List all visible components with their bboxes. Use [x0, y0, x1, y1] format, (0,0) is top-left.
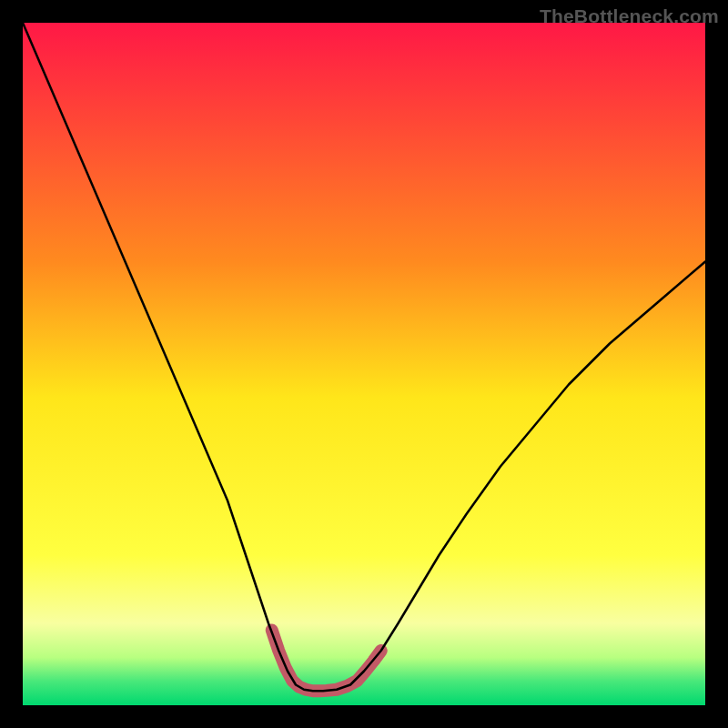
watermark-text: TheBottleneck.com — [540, 5, 719, 27]
plot-area — [23, 23, 705, 705]
chart-frame: TheBottleneck.com — [0, 0, 728, 728]
gradient-background — [23, 23, 705, 705]
bottleneck-chart — [23, 23, 705, 705]
